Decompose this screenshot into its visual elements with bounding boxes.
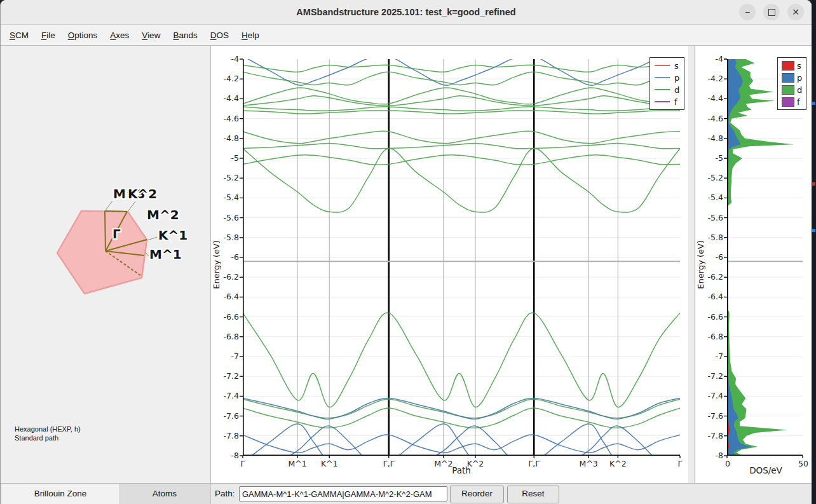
window-title: AMSbandstructure 2025.101: test_k=good_r… <box>1 0 812 24</box>
legend-label: f <box>797 97 800 107</box>
legend-line-swatch <box>655 65 670 66</box>
legend-patch-swatch <box>782 61 794 71</box>
background-fleck <box>812 229 815 232</box>
band-x-tick-label: Γ <box>678 459 683 468</box>
y-tick-label: -6.2 <box>695 272 723 282</box>
k-path-line <box>105 211 127 212</box>
y-tick-label: -6.8 <box>695 332 723 341</box>
y-tick-label: -8 <box>211 451 239 460</box>
reset-button[interactable]: Reset <box>507 486 559 503</box>
y-tick-label: -4.8 <box>211 133 239 143</box>
lattice-info: Hexagonal (HEXP, h) Standard path <box>15 425 81 442</box>
band-x-axis-title: Path <box>452 465 471 475</box>
legend-item-d: d <box>655 85 679 95</box>
menu-item-axes[interactable]: Axes <box>104 31 135 40</box>
y-tick-label: -7.6 <box>695 411 723 421</box>
legend-label: s <box>674 61 679 71</box>
y-tick-label: -4.2 <box>211 74 239 83</box>
y-tick-label: -7.8 <box>211 431 239 440</box>
titlebar: AMSbandstructure 2025.101: test_k=good_r… <box>1 0 812 25</box>
y-tick-label: -6 <box>695 252 723 262</box>
tab-brillouin-zone[interactable]: Brillouin Zone <box>2 484 119 504</box>
legend-label: p <box>674 73 679 83</box>
y-tick-label: -4 <box>695 54 723 64</box>
panel-separator <box>688 46 695 483</box>
y-tick-label: -5.6 <box>695 213 723 222</box>
y-tick-label: -4 <box>211 54 239 64</box>
menu-item-bands[interactable]: Bands <box>167 31 203 40</box>
y-tick-label: -7.4 <box>211 391 239 400</box>
y-tick-label: -5.2 <box>695 173 723 182</box>
y-tick-label: -8 <box>695 451 723 460</box>
y-tick-label: -6 <box>211 252 239 262</box>
y-tick-label: -6.2 <box>211 272 239 282</box>
band-curve-d <box>243 107 680 111</box>
y-tick-label: -7.6 <box>211 411 239 421</box>
maximize-icon <box>768 9 775 16</box>
y-tick-label: -7.4 <box>695 391 723 400</box>
legend-line-swatch <box>655 89 670 90</box>
menu-item-file[interactable]: File <box>35 31 62 40</box>
close-button[interactable]: ✕ <box>787 4 804 20</box>
maximize-button[interactable] <box>763 4 780 20</box>
y-tick-label: -7 <box>211 351 239 361</box>
band-x-tick-label: Γ <box>241 459 245 468</box>
lattice-info-line1: Hexagonal (HEXP, h) <box>15 425 81 433</box>
dos-plot[interactable] <box>727 59 803 456</box>
background-fleck <box>812 182 815 186</box>
label-leader-line <box>147 237 157 240</box>
band-curve-d <box>243 313 680 407</box>
band-x-tick-label: M^3 <box>580 459 598 468</box>
background-window-sliver <box>812 0 816 504</box>
reorder-button[interactable]: Reorder <box>450 486 504 503</box>
y-tick-label: -5 <box>211 153 239 163</box>
y-tick-label: -7.2 <box>211 371 239 381</box>
band-curve-d <box>243 65 680 72</box>
y-tick-label: -4.6 <box>695 114 723 123</box>
legend-patch-swatch <box>782 97 794 107</box>
legend-label: s <box>797 61 801 71</box>
path-input[interactable] <box>239 486 447 501</box>
y-tick-label: -5.4 <box>211 193 239 202</box>
band-curve-d <box>243 155 680 165</box>
k-point-label: M^1 <box>149 247 182 262</box>
legend-patch-swatch <box>782 73 794 83</box>
dos-x-axis-title: DOS/eV <box>749 465 782 475</box>
tab-atoms[interactable]: Atoms <box>119 484 211 504</box>
y-tick-label: -6.6 <box>211 312 239 322</box>
y-tick-label: -7.2 <box>695 371 723 381</box>
band-curve-d <box>243 144 680 149</box>
background-fleck <box>812 102 815 105</box>
menu-item-help[interactable]: Help <box>235 31 266 40</box>
y-tick-label: -5.4 <box>695 193 723 202</box>
brillouin-hexagon <box>57 211 147 294</box>
y-tick-label: -5.2 <box>211 173 239 182</box>
legend-item-s: s <box>655 60 679 71</box>
y-tick-label: -6.6 <box>695 312 723 322</box>
minimize-button[interactable]: − <box>739 4 756 20</box>
y-tick-label: -5.6 <box>211 213 239 222</box>
dos-legend: spdf <box>777 57 806 110</box>
legend-line-swatch <box>655 101 670 102</box>
dos-legend-item-s: s <box>782 60 802 71</box>
brillouin-zone-view[interactable]: M^3K^2M^2ΓK^1M^1 <box>1 46 210 483</box>
legend-line-swatch <box>655 77 670 78</box>
legend-label: f <box>674 97 677 107</box>
legend-patch-swatch <box>782 85 794 95</box>
brillouin-zone-panel[interactable]: M^3K^2M^2ΓK^1M^1 Hexagonal (HEXP, h) Sta… <box>1 46 210 483</box>
y-tick-label: -4.4 <box>211 93 239 103</box>
menu-item-scm[interactable]: SCM <box>3 31 35 40</box>
band-x-tick-label: M^1 <box>288 459 306 468</box>
main-area: M^3K^2M^2ΓK^1M^1 Hexagonal (HEXP, h) Sta… <box>1 46 812 483</box>
menu-item-view[interactable]: View <box>135 31 167 40</box>
menu-item-options[interactable]: Options <box>62 31 104 40</box>
dos-panel[interactable]: Energy (eV) -4-4.2-4.4-4.6-4.8-5-5.2-5.4… <box>695 46 812 483</box>
menu-item-dos[interactable]: DOS <box>204 31 235 40</box>
band-structure-plot[interactable] <box>243 59 680 456</box>
y-tick-label: -4.4 <box>695 93 723 103</box>
lattice-info-line2: Standard path <box>15 433 81 442</box>
band-structure-panel[interactable]: Energy (eV) -4-4.2-4.4-4.6-4.8-5-5.2-5.4… <box>210 46 688 483</box>
band-legend: spdf <box>649 57 684 110</box>
y-tick-label: -6.8 <box>211 332 239 341</box>
k-path-line <box>105 211 105 251</box>
